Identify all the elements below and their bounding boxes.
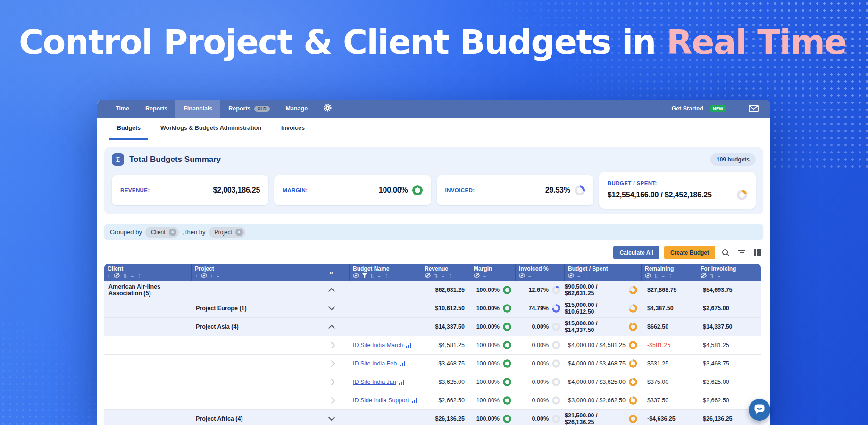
column-menu-icon[interactable]: ⋮ [384,273,389,279]
budget-name-link[interactable]: ID Site India Jan [353,379,396,385]
column-header-client[interactable]: Client + ⇅ = ⋮ [104,264,192,281]
group-chip-client[interactable]: Client × [145,227,179,238]
column-menu-icon[interactable]: ⋮ [534,273,540,279]
client-name: American Air-lines Association (5) [104,281,192,299]
add-group-icon[interactable]: + [108,273,110,279]
collapse-chevron-icon[interactable] [328,325,334,332]
mail-icon[interactable] [748,103,759,114]
expand-chevron-icon[interactable] [328,304,334,310]
column-menu-icon[interactable]: ⋮ [223,273,228,279]
column-header-invoiced[interactable]: Invoiced % = ⋮ [516,264,565,281]
grouped-by-prefix: Grouped by [110,229,142,236]
for-invoicing-value: $3,468.75 [697,355,761,373]
column-header-project[interactable]: Project + ↑ = ⋮ [192,264,313,281]
resize-icon[interactable]: = [577,273,580,279]
settings-gear-button[interactable] [316,100,340,118]
column-header-margin[interactable]: Margin = ⋮ [470,264,516,281]
column-menu-icon[interactable]: ⋮ [489,273,494,279]
collapse-chevron-icon[interactable] [328,288,334,295]
eye-off-icon[interactable] [201,273,207,279]
invoiced-value: 0.00% [532,379,549,385]
column-header-for-invoicing[interactable]: For Invoicing ⇅ = ⋮ [697,264,761,281]
eye-off-icon[interactable] [353,273,359,279]
column-menu-icon[interactable]: ⋮ [724,273,729,279]
nav-item-financials[interactable]: Financials [175,100,220,118]
resize-icon[interactable]: = [483,273,486,279]
table-row-project-group[interactable]: Project Asia (4) $14,337.50 100.00% 0.00… [104,318,761,336]
eye-off-icon[interactable] [568,273,574,279]
budget-name-link[interactable]: ID Site India March [353,342,403,348]
sort-icon[interactable]: ⇅ [123,273,127,279]
group-chip-project[interactable]: Project × [209,227,245,238]
resize-icon[interactable]: = [216,273,219,279]
sort-asc-icon[interactable]: ↑ [210,273,213,279]
column-menu-icon[interactable]: ⋮ [448,273,453,279]
sort-icon[interactable]: ⇅ [434,273,438,279]
invoiced-donut [552,286,560,294]
tab-invoices[interactable]: Invoices [274,118,312,140]
resize-icon[interactable]: = [662,273,665,279]
expand-row-chevron-icon[interactable] [328,360,334,367]
table-row-budget[interactable]: ID Site India Jan $3,625.00 100.00% 0.00… [104,373,761,391]
column-header-remaining[interactable]: Remaining ⇅ = ⋮ [642,264,697,281]
eye-off-icon[interactable] [645,273,651,279]
chart-icon[interactable] [412,398,417,403]
get-started-link[interactable]: Get Started [671,105,703,112]
columns-icon[interactable] [752,247,763,258]
sort-icon[interactable]: ⇅ [370,273,375,279]
chart-icon[interactable] [406,343,411,348]
funnel-filter-icon[interactable] [362,273,367,279]
expand-row-chevron-icon[interactable] [328,379,334,385]
column-header-revenue[interactable]: Revenue ⇅ = ⋮ [421,264,470,281]
table-row-project-group[interactable]: Project Africa (4) $26,136.25 100.00% 0.… [104,410,761,425]
expand-row-chevron-icon[interactable] [328,342,334,348]
eye-off-icon[interactable] [425,273,431,279]
resize-icon[interactable]: = [718,273,720,279]
summary-title: Total Budgets Summary [129,155,221,164]
eye-off-icon[interactable] [519,273,525,279]
calculate-all-button[interactable]: Calculate All [613,246,659,259]
project-name: Project Europe (1) [192,299,313,317]
resize-icon[interactable]: = [131,273,134,279]
tab-budgets[interactable]: Budgets [109,118,148,140]
sort-icon[interactable]: ⇅ [710,273,714,279]
add-group-icon[interactable]: + [195,273,198,279]
budget-name-link[interactable]: ID Site India Feb [353,360,397,367]
eye-off-icon[interactable] [701,273,707,279]
margin-value: 100.00% [476,305,500,312]
table-row-budget[interactable]: ID Side India Support $2,662.50 100.00% … [104,391,761,410]
resize-icon[interactable]: = [442,273,444,279]
nav-item-reports-old[interactable]: ReportsOLD [220,100,277,118]
chip-close-icon[interactable]: × [235,229,243,236]
column-header-budget-spent[interactable]: Budget / Spent = ⋮ [565,264,642,281]
resize-icon[interactable]: = [528,273,531,279]
budget-spent-value: $4,000.00 / $3,625.00 [568,379,626,385]
chart-icon[interactable] [399,380,405,385]
nav-item-reports[interactable]: Reports [137,100,175,118]
sort-icon[interactable]: ⇅ [654,273,659,279]
budget-name-link[interactable]: ID Side India Support [353,397,409,404]
nav-item-manage[interactable]: Manage [278,100,316,118]
chat-widget-button[interactable] [749,399,770,421]
chart-icon[interactable] [400,361,405,366]
expand-chevron-icon[interactable] [328,414,334,421]
column-header-budget-name[interactable]: Budget Name ⇅ = ⋮ [350,264,421,281]
table-row-budget[interactable]: ID Site India Feb $3,468.75 100.00% 0.00… [104,355,761,373]
create-budget-button[interactable]: Create Budget [664,246,715,259]
nav-item-time[interactable]: Time [108,100,137,118]
expand-row-chevron-icon[interactable] [328,397,334,404]
filter-icon[interactable] [736,247,747,258]
column-menu-icon[interactable]: ⋮ [668,273,673,279]
chip-close-icon[interactable]: × [169,229,176,236]
expand-all-column-header[interactable]: » [313,264,350,281]
eye-off-icon[interactable] [474,273,480,279]
column-menu-icon[interactable]: ⋮ [584,273,589,279]
tab-worklogs-budgets-administration[interactable]: Worklogs & Budgets Administration [153,118,269,140]
table-row-budget[interactable]: ID Site India March $4,581.25 100.00% 0.… [104,336,761,355]
search-icon[interactable] [720,247,731,258]
resize-icon[interactable]: = [378,273,381,279]
table-row-project-group[interactable]: Project Europe (1) $10,612.50 100.00% 74… [104,299,761,318]
column-menu-icon[interactable]: ⋮ [137,273,142,279]
eye-off-icon[interactable] [114,273,120,279]
table-row-client-group[interactable]: American Air-lines Association (5) $62,6… [104,281,761,299]
